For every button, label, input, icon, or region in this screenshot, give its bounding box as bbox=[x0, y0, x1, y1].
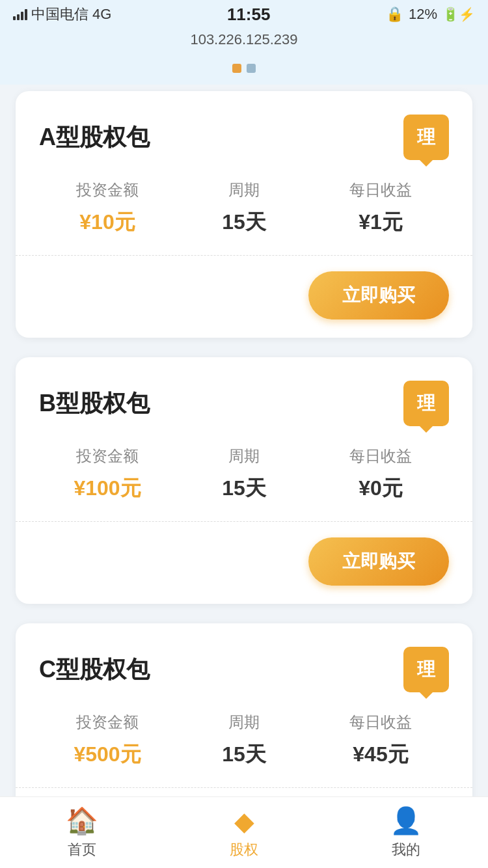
buy-row-a: 立即购买 bbox=[16, 256, 472, 338]
daily-label-c: 每日收益 bbox=[312, 712, 449, 733]
investment-value-a: ¥10元 bbox=[39, 208, 176, 237]
period-value-c: 15天 bbox=[176, 740, 312, 769]
daily-label-b: 每日收益 bbox=[312, 446, 449, 467]
daily-label-a: 每日收益 bbox=[312, 180, 449, 200]
corner-tag-a: 理 bbox=[403, 115, 449, 160]
investment-value-c: ¥500元 bbox=[39, 740, 176, 769]
card-header-a: A型股权包 理 bbox=[16, 91, 472, 173]
period-value-a: 15天 bbox=[176, 208, 312, 237]
stats-row-c: 投资金额 ¥500元 周期 15天 每日收益 ¥45元 bbox=[16, 705, 472, 788]
carrier-label: 中国电信 bbox=[31, 5, 88, 24]
card-header-c: C型股权包 理 bbox=[16, 623, 472, 705]
lock-icon: 🔒 bbox=[386, 6, 403, 23]
battery-icon: 🔋⚡ bbox=[442, 7, 475, 22]
main-content: A型股权包 理 投资金额 ¥10元 周期 15天 每日收益 ¥1元 立即购买 B… bbox=[0, 85, 488, 868]
stats-row-a: 投资金额 ¥10元 周期 15天 每日收益 ¥1元 bbox=[16, 173, 472, 256]
stat-daily-c: 每日收益 ¥45元 bbox=[312, 712, 449, 769]
nav-label-mine: 我的 bbox=[392, 840, 420, 860]
stat-daily-a: 每日收益 ¥1元 bbox=[312, 180, 449, 237]
status-left: 中国电信 4G bbox=[13, 5, 111, 24]
equity-icon: ◆ bbox=[234, 806, 254, 836]
investment-value-b: ¥100元 bbox=[39, 474, 176, 503]
investment-label-b: 投资金额 bbox=[39, 446, 176, 467]
status-bar: 中国电信 4G 11:55 🔒 12% 🔋⚡ bbox=[0, 0, 488, 29]
address-text: 103.226.125.239 bbox=[190, 31, 297, 47]
home-icon: 🏠 bbox=[66, 806, 98, 836]
card-header-b: B型股权包 理 bbox=[16, 357, 472, 439]
stat-period-c: 周期 15天 bbox=[176, 712, 312, 769]
nav-label-home: 首页 bbox=[68, 840, 96, 860]
stat-investment-b: 投资金额 ¥100元 bbox=[39, 446, 176, 503]
period-label-b: 周期 bbox=[176, 446, 312, 467]
corner-tag-b: 理 bbox=[403, 381, 449, 426]
dot-1 bbox=[232, 64, 241, 73]
mine-icon: 👤 bbox=[390, 806, 422, 836]
stats-row-b: 投资金额 ¥100元 周期 15天 每日收益 ¥0元 bbox=[16, 439, 472, 522]
page-indicator bbox=[0, 55, 488, 85]
daily-value-a: ¥1元 bbox=[312, 208, 449, 237]
investment-label-a: 投资金额 bbox=[39, 180, 176, 200]
daily-value-c: ¥45元 bbox=[312, 740, 449, 769]
daily-value-b: ¥0元 bbox=[312, 474, 449, 503]
dot-2 bbox=[247, 64, 256, 73]
stat-period-b: 周期 15天 bbox=[176, 446, 312, 503]
period-value-b: 15天 bbox=[176, 474, 312, 503]
period-label-a: 周期 bbox=[176, 180, 312, 200]
stat-daily-b: 每日收益 ¥0元 bbox=[312, 446, 449, 503]
status-right: 🔒 12% 🔋⚡ bbox=[386, 6, 475, 23]
investment-label-c: 投资金额 bbox=[39, 712, 176, 733]
period-label-c: 周期 bbox=[176, 712, 312, 733]
time-display: 11:55 bbox=[227, 5, 271, 25]
buy-button-b[interactable]: 立即购买 bbox=[308, 537, 449, 586]
product-card-a: A型股权包 理 投资金额 ¥10元 周期 15天 每日收益 ¥1元 立即购买 bbox=[16, 91, 472, 338]
nav-item-home[interactable]: 🏠 首页 bbox=[66, 806, 98, 860]
product-card-b: B型股权包 理 投资金额 ¥100元 周期 15天 每日收益 ¥0元 立即购买 bbox=[16, 357, 472, 604]
address-bar: 103.226.125.239 bbox=[0, 29, 488, 55]
stat-investment-c: 投资金额 ¥500元 bbox=[39, 712, 176, 769]
nav-label-equity: 股权 bbox=[230, 840, 258, 860]
battery-label: 12% bbox=[409, 6, 437, 23]
stat-period-a: 周期 15天 bbox=[176, 180, 312, 237]
nav-item-mine[interactable]: 👤 我的 bbox=[390, 806, 422, 860]
card-title-b: B型股权包 bbox=[39, 388, 150, 420]
card-title-a: A型股权包 bbox=[39, 122, 150, 154]
stat-investment-a: 投资金额 ¥10元 bbox=[39, 180, 176, 237]
signal-icon bbox=[13, 8, 27, 20]
corner-tag-c: 理 bbox=[403, 647, 449, 692]
buy-row-b: 立即购买 bbox=[16, 522, 472, 604]
card-title-c: C型股权包 bbox=[39, 654, 150, 686]
buy-button-a[interactable]: 立即购买 bbox=[308, 271, 449, 319]
network-label: 4G bbox=[92, 6, 111, 23]
bottom-nav: 🏠 首页 ◆ 股权 👤 我的 bbox=[0, 796, 488, 868]
nav-item-equity[interactable]: ◆ 股权 bbox=[230, 806, 258, 860]
